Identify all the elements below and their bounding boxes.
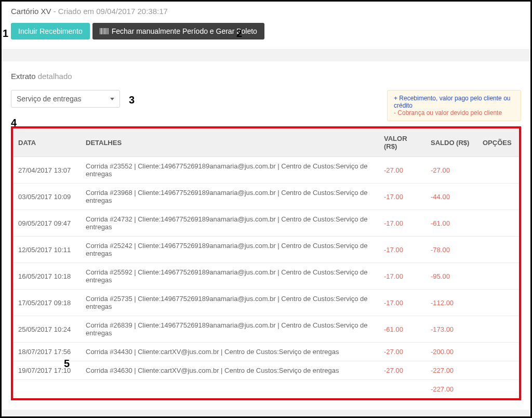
extrato-table-highlight: DATA DETALHES VALOR (R$) SALDO (R$) OPÇÕ… [11,126,521,400]
legend-positive: + Recebimento, valor pago pelo cliente o… [394,95,514,109]
table-row: 12/05/2017 10:11Corrida #25242 | Cliente… [13,237,519,263]
annotation-1: 1 [3,28,8,40]
cell-data: 18/07/2017 17:56 [13,343,81,361]
centro-custos-select[interactable]: Serviço de entregas [11,90,120,108]
cell-valor: -17.00 [379,237,425,263]
legend-negative: - Cobrança ou valor devido pelo cliente [394,109,514,116]
table-row: 09/05/2017 09:47Corrida #24732 | Cliente… [13,210,519,237]
table-row: 25/05/2017 10:24Corrida #26839 | Cliente… [13,316,519,343]
annotation-5: 5 [64,358,70,370]
cell-data: 16/05/2017 10:18 [13,263,81,290]
created-prefix: - Criado em [51,7,97,16]
cell-valor: -17.00 [379,210,425,237]
incluir-recebimento-button[interactable]: Incluir Recebimento [11,23,90,40]
table-row: 17/05/2017 09:18Corrida #25735 | Cliente… [13,290,519,316]
cell-detalhes: Corrida #25592 | Cliente:1496775269189an… [81,263,379,290]
cell-detalhes: Corrida #24732 | Cliente:1496775269189an… [81,210,379,237]
created-at: 09/04/2017 20:38:17 [96,7,168,16]
extrato-title-light: detalhado [38,72,72,81]
cell-detalhes: Corrida #25242 | Cliente:1496775269189an… [81,237,379,263]
cell-opcoes [477,263,519,290]
col-data: DATA [13,128,81,157]
cell-detalhes: Corrida #34630 | Cliente:cartXV@jus.com.… [81,361,379,380]
table-row: 19/07/2017 17:10Corrida #34630 | Cliente… [13,361,519,380]
cell-opcoes [477,343,519,361]
cell-detalhes: Corrida #26839 | Cliente:1496775269189an… [81,316,379,343]
cell-saldo: -200.00 [425,343,477,361]
cell-saldo: -227.00 [425,361,477,380]
cell-saldo: -78.00 [425,237,477,263]
annotation-4: 4 [11,117,17,129]
cell-detalhes: Corrida #34430 | Cliente:cartXV@jus.com.… [81,343,379,361]
cell-valor: -27.00 [379,343,425,361]
cell-detalhes: Corrida #23552 | Cliente:1496775269189an… [81,157,379,184]
extrato-table: DATA DETALHES VALOR (R$) SALDO (R$) OPÇÕ… [13,128,519,398]
page-header: Cartório XV - Criado em 09/04/2017 20:38… [11,7,521,16]
cell-valor: -17.00 [379,290,425,316]
incluir-recebimento-label: Incluir Recebimento [18,27,83,35]
cell-valor: -17.00 [379,184,425,210]
cell-detalhes: Corrida #25735 | Cliente:1496775269189an… [81,290,379,316]
table-row: 27/04/2017 13:07Corrida #23552 | Cliente… [13,157,519,184]
cell-opcoes [477,210,519,237]
cell-data: 17/05/2017 09:18 [13,290,81,316]
legend-box: + Recebimento, valor pago pelo cliente o… [387,90,521,121]
cell-opcoes [477,290,519,316]
extrato-section-title: Extrato detalhado [11,72,521,81]
table-row: 03/05/2017 10:09Corrida #23968 | Cliente… [13,184,519,210]
cell-data: 25/05/2017 10:24 [13,316,81,343]
cell-saldo: -173.00 [425,316,477,343]
cell-saldo: -44.00 [425,184,477,210]
cell-valor: -61.00 [379,316,425,343]
cell-valor: -17.00 [379,263,425,290]
col-detalhes: DETALHES [81,128,379,157]
section-divider [2,49,530,61]
cell-valor: -27.00 [379,157,425,184]
cell-saldo: -27.00 [425,157,477,184]
cell-opcoes [477,316,519,343]
annotation-2: 2 [236,28,242,40]
chevron-down-icon [110,98,114,100]
col-valor: VALOR (R$) [379,128,425,157]
cell-saldo: -112.00 [425,290,477,316]
centro-custos-selected: Serviço de entregas [17,95,82,103]
table-row: 16/05/2017 10:18Corrida #25592 | Cliente… [13,263,519,290]
fechar-periodo-label: Fechar manualmente Período e Gerar Bolet… [112,27,257,35]
barcode-icon [100,28,109,34]
cell-data: 12/05/2017 10:11 [13,237,81,263]
cell-opcoes [477,184,519,210]
client-name: Cartório XV [11,7,51,16]
cell-opcoes [477,361,519,380]
section-divider [2,410,530,418]
cell-data: 27/04/2017 13:07 [13,157,81,184]
cell-data: 09/05/2017 09:47 [13,210,81,237]
annotation-3: 3 [129,94,135,106]
col-saldo: SALDO (R$) [425,128,477,157]
cell-data: 19/07/2017 17:10 [13,361,81,380]
cell-opcoes [477,237,519,263]
cell-saldo: -61.00 [425,210,477,237]
footer-saldo: -227.00 [425,380,477,399]
cell-detalhes: Corrida #23968 | Cliente:1496775269189an… [81,184,379,210]
col-opcoes: OPÇÕES [477,128,519,157]
cell-saldo: -95.00 [425,263,477,290]
cell-valor: -27.00 [379,361,425,380]
cell-opcoes [477,157,519,184]
table-row: 18/07/2017 17:56Corrida #34430 | Cliente… [13,343,519,361]
cell-data: 03/05/2017 10:09 [13,184,81,210]
extrato-title-bold: Extrato [11,72,36,81]
